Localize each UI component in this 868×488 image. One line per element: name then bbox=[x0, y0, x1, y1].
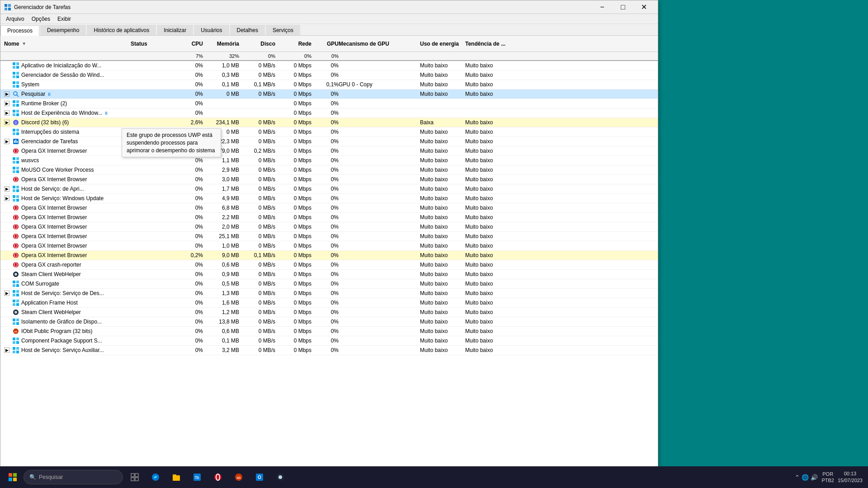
expand-button[interactable]: ▶ bbox=[4, 91, 9, 97]
tab-detalhes[interactable]: Detalhes bbox=[230, 25, 265, 35]
tab-inicializar[interactable]: Inicializar bbox=[157, 25, 193, 35]
process-row[interactable]: ▶Host de Serviço: Serviço Auxiliar...0%3… bbox=[0, 346, 658, 355]
taskbar-explorer-button[interactable] bbox=[166, 467, 186, 487]
taskbar-multitask-button[interactable] bbox=[125, 467, 145, 487]
process-row[interactable]: MoUSO Core Worker Process0%2,9 MB0 MB/s0… bbox=[0, 165, 658, 175]
process-row[interactable]: Aplicativo de Inicialização do W...0%1,0… bbox=[0, 61, 658, 70]
col-header-cpu[interactable]: CPU bbox=[167, 41, 203, 47]
process-row[interactable]: Steam Client WebHelper0%0,9 MB0 MB/s0 Mb… bbox=[0, 270, 658, 279]
clock-display: 00:13 15/07/2023 bbox=[838, 470, 863, 484]
expand-button[interactable]: ▶ bbox=[4, 120, 9, 125]
taskbar-iobit-button[interactable]: iO bbox=[229, 467, 249, 487]
svg-rect-23 bbox=[16, 110, 19, 113]
process-row[interactable]: Opera GX crash-reporter0%0,6 MB0 MB/s0 M… bbox=[0, 260, 658, 270]
expand-button[interactable]: ▶ bbox=[4, 139, 9, 144]
cpu-cell: 0% bbox=[167, 91, 203, 97]
tab-historico[interactable]: Histórico de aplicativos bbox=[87, 25, 156, 35]
expand-button[interactable]: ▶ bbox=[4, 196, 9, 201]
taskbar-outlook-button[interactable]: O bbox=[250, 467, 269, 487]
gpu-cell: 0% bbox=[311, 176, 339, 183]
process-row[interactable]: ▶DDiscord (32 bits) (6)2,6%234,1 MB0 MB/… bbox=[0, 118, 658, 127]
col-header-gpu[interactable]: GPU bbox=[311, 41, 339, 47]
svg-rect-88 bbox=[13, 322, 15, 325]
process-row[interactable]: Opera GX Internet Browser0%25,1 MB0 MB/s… bbox=[0, 232, 658, 241]
process-icon bbox=[12, 233, 19, 240]
process-row[interactable]: Application Frame Host0%1,6 MB0 MB/s0 Mb… bbox=[0, 298, 658, 308]
expand-button[interactable]: ▶ bbox=[4, 347, 9, 353]
col-header-energy[interactable]: Uso de energia bbox=[420, 41, 465, 47]
energy-trend-cell: Muito baixo bbox=[465, 72, 519, 78]
expand-button[interactable]: ▶ bbox=[4, 186, 9, 192]
memory-cell: 0,3 MB bbox=[203, 72, 239, 78]
process-row[interactable]: System0%0,1 MB0,1 MB/s0 Mbps0,1%GPU 0 - … bbox=[0, 80, 658, 89]
process-row[interactable]: ▶Pesquisar ⏸0%0 MB0 MB/s0 Mbps0%Muito ba… bbox=[0, 89, 658, 99]
tab-usuarios[interactable]: Usuários bbox=[194, 25, 229, 35]
menu-exibir[interactable]: Exibir bbox=[54, 15, 75, 23]
process-row[interactable]: Opera GX Internet Browser0%2,2 MB0 MB/s0… bbox=[0, 213, 658, 222]
process-row[interactable]: Opera GX Internet Browser0%2,0 MB0 MB/s0… bbox=[0, 222, 658, 232]
energy-trend-cell: Muito baixo bbox=[465, 214, 519, 221]
maximize-button[interactable]: □ bbox=[613, 0, 633, 14]
process-name: ▶Host de Serviço: Serviço Auxiliar... bbox=[4, 347, 131, 354]
svg-text:D: D bbox=[14, 121, 17, 124]
col-header-energy-trend[interactable]: Tendência de ... bbox=[465, 41, 519, 47]
process-row[interactable]: Interrupções do sistema0,6%0 MB0 MB/s0 M… bbox=[0, 127, 658, 137]
taskbar-edge-button[interactable] bbox=[146, 467, 165, 487]
process-row[interactable]: Opera GX Internet Browser0%1,0 MB0 MB/s0… bbox=[0, 241, 658, 251]
menu-arquivo[interactable]: Arquivo bbox=[2, 15, 28, 23]
window-controls: − □ ✕ bbox=[592, 0, 654, 14]
minimize-button[interactable]: − bbox=[592, 0, 613, 14]
taskbar-opera-button[interactable] bbox=[208, 467, 228, 487]
cpu-cell: 0,2% bbox=[167, 252, 203, 258]
process-row[interactable]: Component Package Support S...0%0,1 MB0 … bbox=[0, 336, 658, 346]
process-row[interactable]: Opera GX Internet Browser0%6,8 MB0 MB/s0… bbox=[0, 203, 658, 213]
menu-opcoes[interactable]: Opções bbox=[28, 15, 54, 23]
start-button[interactable] bbox=[2, 466, 24, 488]
network-cell: 0 Mbps bbox=[275, 110, 311, 116]
cpu-cell: 0% bbox=[167, 347, 203, 353]
edge-icon bbox=[151, 473, 160, 482]
expand-button[interactable]: ▶ bbox=[4, 110, 9, 116]
network-cell: 0 Mbps bbox=[275, 195, 311, 202]
svg-point-62 bbox=[13, 234, 19, 239]
taskbar-steam-button[interactable] bbox=[270, 467, 290, 487]
col-header-name[interactable]: Nome ▼ bbox=[4, 41, 131, 47]
taskbar-store-button[interactable]: 🛍 bbox=[187, 467, 207, 487]
process-row[interactable]: Gerenciador de Sessão do Wind...0%0,3 MB… bbox=[0, 70, 658, 80]
process-row[interactable]: ▶Gerenciador de Tarefas1,3%22,3 MB0 MB/s… bbox=[0, 137, 658, 146]
process-row[interactable]: ▶Host de Serviço: Serviço de Des...0%1,3… bbox=[0, 289, 658, 298]
process-row[interactable]: Opera GX Internet Browser0%3,0 MB0 MB/s0… bbox=[0, 175, 658, 184]
tab-desempenho[interactable]: Desempenho bbox=[40, 25, 86, 35]
process-row[interactable]: COM Surrogate0%0,5 MB0 MB/s0 Mbps0%Muito… bbox=[0, 279, 658, 289]
process-row[interactable]: ▶Host de Experiência do Window... ⏸0%0 M… bbox=[0, 108, 658, 118]
process-row[interactable]: Opera GX Internet Browser0,2%9,0 MB0,1 M… bbox=[0, 251, 658, 260]
process-name: ▶Host de Serviço: Windows Update bbox=[4, 195, 131, 202]
col-header-gpu-mech[interactable]: Mecanismo de GPU bbox=[339, 41, 420, 47]
gpu-cell: 0% bbox=[311, 224, 339, 230]
process-row[interactable]: ▶Host de Serviço: de Apri...0%1,7 MB0 MB… bbox=[0, 184, 658, 194]
col-header-status[interactable]: Status bbox=[131, 41, 167, 47]
memory-cell: 4,9 MB bbox=[203, 195, 239, 202]
col-header-memory[interactable]: Memória bbox=[203, 41, 239, 47]
disk-cell: 0 MB/s bbox=[239, 129, 275, 135]
expand-button[interactable]: ▶ bbox=[4, 101, 9, 106]
svg-point-85 bbox=[14, 311, 17, 314]
taskbar-search-box[interactable]: 🔍 Pesquisar bbox=[24, 470, 123, 484]
process-row[interactable]: Isolamento de Gráfico de Dispo...0%13,8 … bbox=[0, 317, 658, 327]
cpu-cell: 0% bbox=[167, 62, 203, 69]
process-row[interactable]: Opera GX Internet Browser0%79,0 MB0,2 MB… bbox=[0, 146, 658, 156]
network-cell: 0 Mbps bbox=[275, 243, 311, 249]
process-row[interactable]: Steam Client WebHelper0%1,2 MB0 MB/s0 Mb… bbox=[0, 308, 658, 317]
process-icon bbox=[12, 90, 19, 98]
process-row[interactable]: ▶Runtime Broker (2)0%0 Mbps0% bbox=[0, 99, 658, 108]
expand-button[interactable]: ▶ bbox=[4, 291, 9, 296]
close-button[interactable]: ✕ bbox=[633, 0, 654, 14]
col-header-network[interactable]: Rede bbox=[275, 41, 311, 47]
process-row[interactable]: ▶Host de Serviço: Windows Update0%4,9 MB… bbox=[0, 194, 658, 203]
process-row[interactable]: iOIObit Public Program (32 bits)0%0,6 MB… bbox=[0, 327, 658, 336]
tray-arrow-icon[interactable]: ⌃ bbox=[795, 474, 800, 481]
tab-processos[interactable]: Processos bbox=[0, 25, 39, 36]
tab-servicos[interactable]: Serviços bbox=[266, 25, 300, 35]
process-row[interactable]: wusvcs0%1,1 MB0 MB/s0 Mbps0%Muito baixoM… bbox=[0, 156, 658, 165]
col-header-disk[interactable]: Disco bbox=[239, 41, 275, 47]
